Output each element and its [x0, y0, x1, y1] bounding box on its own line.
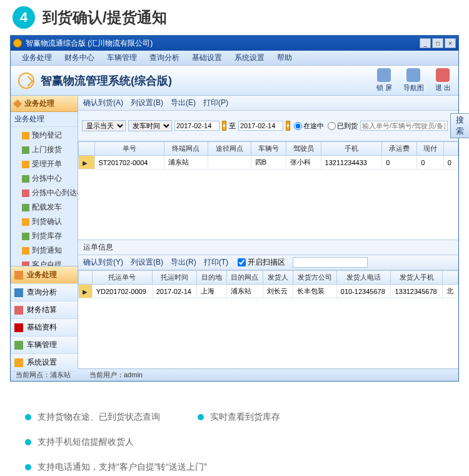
- column-header[interactable]: [443, 142, 458, 156]
- tree-item-icon: [22, 161, 29, 168]
- confirm-arrival-button[interactable]: 确认到货(A): [83, 98, 123, 108]
- tree-item[interactable]: 预约登记: [11, 128, 78, 143]
- exit-button-icon: [436, 68, 450, 82]
- menu-item[interactable]: 基础设置: [186, 53, 228, 63]
- column-header[interactable]: 发货方公司: [293, 271, 336, 285]
- table-row[interactable]: ▶ST201702-0004浦东站四B张小科13211234433000: [79, 156, 458, 170]
- tree-item-icon: [22, 175, 29, 183]
- column-header[interactable]: 途径网点: [208, 142, 251, 156]
- user-label: 当前用户：: [89, 371, 124, 378]
- waybill-grid[interactable]: 托运单号托运时间目的地目的网点发货人发货方公司发货人电话发货人手机▶YD2017…: [78, 270, 458, 368]
- scan-toggle[interactable]: [238, 258, 246, 266]
- sidebar-nav-item[interactable]: 财务结算: [11, 301, 78, 319]
- column-header[interactable]: 现付: [417, 142, 444, 156]
- search-input[interactable]: [360, 121, 448, 131]
- tree-item[interactable]: 配载发车: [11, 200, 78, 215]
- sidebar-header[interactable]: 业务处理: [11, 96, 78, 112]
- minimize-button[interactable]: _: [420, 38, 431, 48]
- column-header[interactable]: 发货人电话: [336, 271, 391, 285]
- column-header[interactable]: 托运时间: [152, 271, 196, 285]
- menu-item[interactable]: 查询分析: [143, 53, 186, 63]
- column-header[interactable]: [443, 271, 458, 285]
- tree-item[interactable]: 到货通知: [11, 243, 78, 258]
- in-transit-radio[interactable]: [294, 122, 302, 130]
- menu-item[interactable]: 财务中心: [58, 53, 101, 63]
- in-transit-radio-label[interactable]: 在途中: [293, 121, 324, 131]
- sidebar-nav-item[interactable]: 基础资料: [11, 319, 78, 337]
- feature-text: 支持电话通知，支持“客户自提”转“送送上门”: [38, 462, 207, 473]
- table-cell: 13312345678: [391, 285, 443, 298]
- scan-toggle-label[interactable]: 开启扫描区: [236, 257, 285, 268]
- banner-button-label: 导航图: [403, 83, 424, 93]
- nav-map-button[interactable]: 导航图: [403, 68, 424, 93]
- app-title: 智赢物流管理系统(综合版): [41, 73, 365, 88]
- arrived-radio[interactable]: [328, 122, 336, 130]
- menu-item[interactable]: 业务处理: [16, 53, 58, 63]
- content-area: 确认到货(A) 列设置(B) 导出(E) 打印(P) 显示当天 发车时间 ▾ 至…: [78, 96, 458, 368]
- column-header[interactable]: 托运单号: [92, 271, 152, 285]
- tree-item[interactable]: 客户自提: [11, 258, 78, 266]
- tree-item-label: 受理开单: [32, 159, 62, 170]
- column-settings-button-2[interactable]: 列设置(B): [131, 257, 163, 268]
- close-button[interactable]: ×: [445, 38, 456, 48]
- sidebar-nav-item[interactable]: 业务处理: [11, 266, 78, 284]
- sidebar-nav-item[interactable]: 系统设置: [11, 354, 78, 372]
- site-label: 当前网点：: [16, 371, 50, 378]
- column-header[interactable]: 承运费: [382, 142, 417, 156]
- bullet-icon: [25, 464, 31, 470]
- column-header[interactable]: 单号: [94, 142, 164, 156]
- lock-button-icon: [377, 68, 391, 82]
- nav-item-label: 基础资料: [27, 322, 57, 333]
- menu-item[interactable]: 系统设置: [228, 53, 271, 63]
- column-header[interactable]: 目的网点: [226, 271, 263, 285]
- date-from-picker-icon[interactable]: ▾: [222, 121, 226, 131]
- tree-item[interactable]: 分拣中心: [11, 171, 78, 186]
- menu-item[interactable]: 车辆管理: [101, 53, 143, 63]
- depart-time-select[interactable]: 发车时间: [128, 120, 172, 131]
- table-row[interactable]: ▶YD201702-00092017-02-14上海浦东站刘长云长丰包装010-…: [79, 285, 458, 298]
- column-header[interactable]: [79, 142, 95, 156]
- date-from-input[interactable]: [174, 121, 219, 131]
- tree-item[interactable]: 分拣中心到达确: [11, 186, 78, 200]
- column-header[interactable]: 目的地: [197, 271, 226, 285]
- column-header[interactable]: 车辆号: [251, 142, 286, 156]
- tree-item[interactable]: 受理开单: [11, 157, 78, 171]
- column-header[interactable]: 终端网点: [164, 142, 208, 156]
- table-cell: ST201702-0004: [94, 156, 164, 170]
- arrived-radio-label[interactable]: 已到货: [326, 121, 358, 131]
- date-to-picker-icon[interactable]: ▾: [286, 121, 290, 131]
- column-settings-button[interactable]: 列设置(B): [131, 98, 163, 108]
- search-button[interactable]: 搜 索: [450, 113, 469, 138]
- menu-item[interactable]: 帮助: [271, 53, 298, 63]
- vehicle-grid[interactable]: 单号终端网点途径网点车辆号驾驶员手机承运费现付▶ST201702-0004浦东站…: [78, 141, 458, 240]
- nav-item-icon: [14, 271, 23, 280]
- confirm-arrival-button-2[interactable]: 确认到货(Y): [83, 257, 123, 268]
- app-logo-icon: [18, 73, 34, 89]
- sidebar-nav-item[interactable]: 车辆管理: [11, 337, 78, 354]
- print-button-2[interactable]: 打印(T): [204, 257, 228, 268]
- export-button[interactable]: 导出(E): [171, 98, 196, 108]
- scan-input[interactable]: [293, 257, 368, 268]
- export-button-2[interactable]: 导出(R): [171, 257, 196, 268]
- show-today-select[interactable]: 显示当天: [82, 120, 126, 131]
- tree-item[interactable]: 上门接货: [11, 143, 78, 157]
- tree-item-icon: [22, 233, 29, 240]
- row-indicator-icon: ▶: [83, 288, 88, 295]
- sidebar-nav-item[interactable]: 查询分析: [11, 284, 78, 301]
- column-header[interactable]: [79, 271, 93, 285]
- main-area: 业务处理 业务处理 预约登记上门接货受理开单分拣中心分拣中心到达确配载发车到货确…: [11, 96, 458, 368]
- tree-item[interactable]: 到货确认: [11, 215, 78, 229]
- table-cell: 浦东站: [226, 285, 263, 298]
- column-header[interactable]: 发货人: [263, 271, 293, 285]
- exit-button[interactable]: 退 出: [435, 68, 451, 93]
- lock-button[interactable]: 锁 屏: [376, 68, 392, 93]
- column-header[interactable]: 发货人手机: [391, 271, 443, 285]
- column-header[interactable]: 手机: [321, 142, 382, 156]
- bullet-icon: [25, 439, 31, 445]
- maximize-button[interactable]: □: [432, 38, 443, 48]
- tree-item[interactable]: 到货库存: [11, 229, 78, 243]
- date-to-input[interactable]: [238, 121, 283, 131]
- print-button[interactable]: 打印(P): [203, 98, 228, 108]
- sidebar-header-label: 业务处理: [24, 98, 54, 109]
- column-header[interactable]: 驾驶员: [286, 142, 321, 156]
